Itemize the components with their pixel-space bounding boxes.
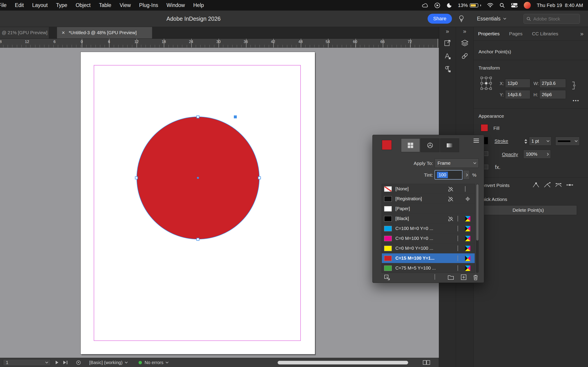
swatch-row[interactable]: C=0 M=100 Y=0 ... (382, 234, 475, 243)
width-input[interactable]: 27p3.6 (539, 79, 566, 88)
panel-tab[interactable]: Pages (509, 31, 523, 36)
battery-indicator[interactable]: 13% (458, 2, 481, 8)
convert-corner-point-icon[interactable] (543, 182, 551, 188)
panel-tab[interactable]: CC Libraries (532, 31, 558, 36)
menu-item[interactable]: Edit (15, 2, 24, 8)
shape-center-point[interactable] (197, 177, 199, 179)
next-page-button[interactable] (56, 361, 58, 364)
layers-panel-icon[interactable] (460, 38, 470, 48)
background-document-tab[interactable]: @ 21% [GPU Preview] (0, 27, 49, 39)
creative-cloud-icon[interactable] (422, 3, 428, 8)
stock-search-input[interactable] (533, 16, 571, 22)
control-center-icon[interactable] (511, 3, 518, 8)
menu-item[interactable]: Table (99, 2, 111, 8)
anchor-point-right[interactable] (258, 176, 261, 179)
stroke-weight-stepper[interactable] (524, 137, 528, 146)
expand-panels-icon[interactable]: » (446, 28, 449, 36)
reference-point-proxy[interactable] (480, 76, 493, 91)
stroke-label[interactable]: Stroke (494, 138, 508, 144)
menu-item[interactable]: Type (56, 2, 67, 8)
constrain-proportions-icon[interactable] (571, 80, 576, 91)
swatch-row[interactable]: C=75 M=5 Y=100 ... (382, 263, 475, 273)
fill-proxy-swatch[interactable] (382, 140, 392, 150)
gradient-button[interactable] (440, 138, 459, 152)
opacity-label[interactable]: Opacity (502, 152, 518, 157)
panel-menu-icon[interactable] (473, 138, 479, 143)
menu-item[interactable]: Layout (32, 2, 48, 8)
adobe-stock-search[interactable] (524, 14, 580, 24)
menubar-clock[interactable]: Thu Feb 19 8:40 AM (537, 2, 583, 8)
new-color-group-icon[interactable] (448, 274, 454, 280)
last-page-button[interactable] (63, 361, 67, 364)
x-input[interactable]: 12p0 (505, 79, 530, 88)
swatch-row[interactable]: C=15 M=100 Y=1... (382, 253, 475, 263)
character-styles-panel-icon[interactable] (442, 51, 452, 61)
load-swatches-icon[interactable] (384, 274, 390, 281)
menu-item[interactable]: Plug-Ins (139, 2, 158, 8)
fill-label[interactable]: Fill (493, 125, 500, 131)
convert-plain-point-icon[interactable] (532, 182, 540, 188)
menu-item[interactable]: File (0, 2, 7, 8)
fx-target-icon[interactable] (484, 165, 488, 169)
color-themes-button[interactable] (421, 138, 440, 152)
focus-moon-icon[interactable] (446, 3, 452, 8)
anchor-point-top[interactable] (197, 116, 199, 118)
horizontal-scrollbar[interactable] (277, 361, 408, 365)
delete-points-button[interactable]: Delete Point(s) (479, 205, 577, 215)
swatch-row[interactable]: [None] (382, 184, 475, 194)
stroke-style-dropdown[interactable] (555, 137, 580, 146)
menu-item[interactable]: View (120, 2, 131, 8)
menu-item[interactable]: Object (76, 2, 91, 8)
swatch-row[interactable]: [Black] (382, 214, 475, 224)
now-playing-icon[interactable] (434, 2, 440, 8)
convert-smooth-point-icon[interactable] (555, 182, 562, 188)
swatch-kinds-icon[interactable] (435, 274, 435, 280)
anchor-point-left[interactable] (135, 176, 138, 179)
fill-color-swatch[interactable] (481, 124, 488, 131)
delete-swatch-trash-icon[interactable] (473, 274, 478, 281)
opacity-dropdown[interactable]: 100% (523, 150, 551, 159)
user-avatar[interactable] (524, 2, 531, 9)
y-input[interactable]: 14p3.6 (505, 90, 530, 99)
learn-lightbulb-icon[interactable] (458, 15, 465, 22)
preflight-icon[interactable] (76, 360, 81, 365)
fx-button[interactable]: fx. (495, 164, 500, 170)
close-tab-icon[interactable]: ✕ (61, 30, 65, 35)
menu-item[interactable]: Window (166, 2, 185, 8)
swatches-grid-view-button[interactable] (401, 138, 420, 152)
swatch-row[interactable]: [Registration] (382, 194, 475, 204)
spotlight-icon[interactable] (500, 3, 505, 8)
swatch-list-scrollbar[interactable] (476, 184, 479, 273)
paragraph-styles-panel-icon[interactable] (442, 64, 452, 74)
pages-spread-icon[interactable] (423, 360, 430, 365)
horizontal-ruler[interactable]: 18126061218243036424854606672 (0, 39, 439, 48)
page-number-dropdown[interactable]: 1 (3, 359, 51, 366)
new-swatch-icon[interactable] (461, 274, 467, 280)
more-options-button[interactable]: ••• (573, 98, 579, 103)
tint-input[interactable]: 100 (435, 170, 463, 180)
active-document-tab[interactable]: ✕ *Untitled-3 @ 48% [GPU Preview] (57, 27, 152, 39)
wifi-icon[interactable] (487, 3, 493, 8)
apply-to-dropdown[interactable]: Frame (435, 158, 479, 168)
stroke-weight-dropdown[interactable]: 1 pt (529, 137, 552, 146)
preflight-errors-dropdown[interactable]: No errors (138, 360, 168, 365)
swatch-row[interactable]: [Paper] (382, 204, 475, 214)
swatch-row[interactable]: C=100 M=0 Y=0 ... (382, 224, 475, 234)
link-chain-icon[interactable] (460, 51, 470, 61)
collapse-panels-icon[interactable]: » (580, 31, 583, 37)
workspace-switcher[interactable]: Essentials (477, 11, 506, 27)
convert-symmetric-point-icon[interactable] (566, 182, 574, 188)
height-input[interactable]: 26p6 (539, 90, 566, 99)
panel-tab[interactable]: Properties (478, 31, 500, 36)
links-panel-icon[interactable] (442, 38, 452, 48)
scrollbar-thumb[interactable] (476, 184, 478, 241)
preflight-profile-dropdown[interactable]: [Basic] (working) (89, 360, 127, 365)
tint-flyout-button[interactable] (463, 170, 470, 180)
swatch-row[interactable]: C=0 M=0 Y=100 ... (382, 243, 475, 253)
share-button[interactable]: Share (428, 14, 452, 24)
menu-item[interactable]: Help (193, 2, 204, 8)
opacity-target-icon[interactable] (484, 151, 488, 156)
anchor-point-bottom[interactable] (197, 238, 199, 241)
selected-anchor-handle[interactable] (234, 116, 237, 118)
expand-panels-icon[interactable]: » (463, 28, 466, 36)
